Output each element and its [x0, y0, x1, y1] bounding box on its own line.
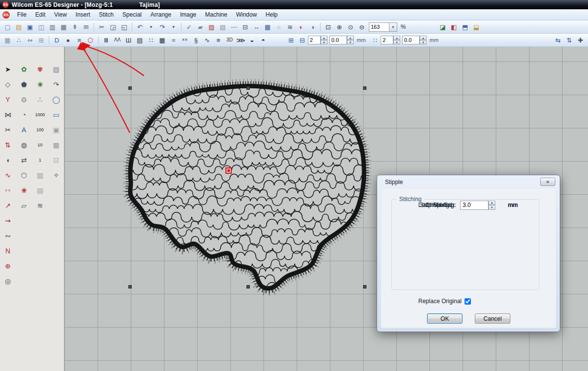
zoom-dropdown-icon[interactable]: ▾: [389, 22, 397, 32]
backtrack-tool[interactable]: ∾: [1, 228, 14, 243]
menu-item-special[interactable]: Special: [118, 10, 146, 20]
lettering-tool[interactable]: A: [18, 122, 30, 137]
loop-spacing-input[interactable]: [460, 201, 488, 210]
scatter-tool[interactable]: ∴: [34, 92, 46, 107]
spin-up-icon[interactable]: ▲: [393, 36, 400, 40]
stipple-run-icon[interactable]: ≡: [74, 35, 85, 45]
show-backdrop-icon[interactable]: ▦: [2, 35, 13, 45]
new-design-icon[interactable]: ▢: [2, 22, 13, 32]
polygon-select-tool[interactable]: ◇: [1, 77, 14, 92]
texture-tool[interactable]: ⊡: [50, 152, 62, 167]
scissors-tool[interactable]: ✂: [1, 122, 14, 137]
selection-handle[interactable]: [246, 86, 250, 90]
ratio-1to1-icon[interactable]: ⊞: [36, 35, 47, 45]
motif-fill-icon[interactable]: ∷: [145, 35, 157, 45]
object-anchor-marker[interactable]: [225, 167, 232, 174]
grid-count-spinner[interactable]: ▲▼: [321, 36, 327, 44]
zigzag-stitch-icon[interactable]: ΛΛ: [112, 35, 123, 45]
buttonhole-tool[interactable]: ⬡: [18, 167, 30, 183]
undo-dropdown-icon[interactable]: ▾: [145, 22, 157, 32]
menu-item-insert[interactable]: Insert: [71, 10, 95, 20]
menu-item-machine[interactable]: Machine: [201, 10, 231, 20]
selection-handle[interactable]: [128, 285, 132, 289]
stipple-closed-icon[interactable]: ⬠: [85, 35, 96, 45]
satin-stitch-icon[interactable]: Ⅲ: [101, 35, 112, 45]
digitize-run-icon[interactable]: D: [51, 35, 62, 45]
grid-spacing-icon[interactable]: ⊞: [285, 35, 297, 45]
menu-item-help[interactable]: Help: [261, 10, 282, 20]
ellipse-object-icon[interactable]: ●: [62, 35, 74, 45]
pencil-edit-icon[interactable]: ▰: [195, 22, 206, 32]
field-spinner[interactable]: ▲▼: [488, 201, 495, 210]
ok-button[interactable]: OK: [427, 313, 463, 324]
jagged-run-tool[interactable]: N: [1, 243, 14, 258]
selection-handle[interactable]: [246, 285, 250, 289]
menu-item-view[interactable]: View: [50, 10, 71, 20]
e-stitch-icon[interactable]: Ш: [123, 35, 134, 45]
ellipse-tool[interactable]: ◯: [50, 92, 62, 107]
repeat-tool[interactable]: ⊕: [1, 258, 14, 273]
zoom-1to1-icon[interactable]: ⊙: [345, 22, 356, 32]
applique-tool[interactable]: ▱: [18, 198, 30, 213]
spin-down-icon[interactable]: ▼: [347, 40, 354, 44]
cut-icon[interactable]: ✂: [96, 22, 107, 32]
menu-item-image[interactable]: Image: [176, 10, 201, 20]
undo-icon[interactable]: ↶: [134, 22, 145, 32]
branching-flower-tool[interactable]: ✿: [18, 62, 30, 77]
block-sample-tool[interactable]: ▣: [50, 122, 62, 137]
monogram-tool[interactable]: ◍: [18, 137, 30, 152]
pan-tool-icon[interactable]: ⇆: [552, 35, 564, 45]
dialog-close-button[interactable]: ✕: [540, 178, 555, 186]
selection-handle[interactable]: [128, 86, 132, 90]
curve-tool[interactable]: ↷: [50, 77, 62, 92]
measure-icon[interactable]: ↔: [251, 22, 262, 32]
print-icon[interactable]: ▥: [47, 22, 58, 32]
pattern-sample-a[interactable]: ▨: [34, 167, 46, 183]
wave-fill-tool[interactable]: ≋: [34, 198, 46, 213]
guide-size-input[interactable]: [402, 36, 420, 44]
freehand-curve-tool[interactable]: ∿: [1, 167, 14, 183]
menu-item-stitch[interactable]: Stitch: [95, 10, 118, 20]
program-split-icon[interactable]: ▦: [157, 35, 168, 45]
spin-down-icon[interactable]: ▼: [488, 205, 495, 210]
design-check-icon[interactable]: ✓: [183, 22, 195, 32]
stitch-player-icon[interactable]: ◪: [437, 22, 448, 32]
zoom-out-icon[interactable]: ⊖: [356, 22, 367, 32]
menu-item-file[interactable]: File: [13, 10, 31, 20]
triple-run-tool[interactable]: ↗: [1, 198, 14, 213]
flower-array-tool[interactable]: ✾: [34, 62, 46, 77]
grid-size-spinner[interactable]: ▲▼: [347, 36, 354, 44]
copy-icon[interactable]: ◲: [107, 22, 119, 32]
open-design-icon[interactable]: ▤: [13, 22, 24, 32]
hoop-icon[interactable]: ○: [273, 22, 284, 32]
head-design-tool[interactable]: ◔: [18, 107, 30, 122]
fill-hatch-icon[interactable]: ▧: [217, 22, 228, 32]
paste-icon[interactable]: ◱: [119, 22, 130, 32]
raised-satin-icon[interactable]: ◒: [246, 35, 258, 45]
stem-stitch-icon[interactable]: §: [190, 35, 202, 45]
fan-stitch-tool[interactable]: ◖: [1, 152, 14, 167]
auto-scroll-icon[interactable]: ⇅: [564, 35, 575, 45]
hatch-lines-tool[interactable]: ▨: [50, 62, 62, 77]
design-canvas[interactable]: Stipple ✕ Stitching Stitch Length: ▲▼ mm: [64, 47, 588, 371]
tree-tool[interactable]: ❀: [34, 77, 46, 92]
grid-size-input[interactable]: [329, 36, 347, 44]
save-design-icon[interactable]: ▣: [24, 22, 36, 32]
spin-down-icon[interactable]: ▼: [393, 40, 400, 44]
guide-size-spinner[interactable]: ▲▼: [420, 36, 426, 44]
rectangle-tool[interactable]: ▭: [50, 107, 62, 122]
insert-design-icon[interactable]: ◫: [36, 22, 47, 32]
3d-effect-icon[interactable]: 3D: [224, 35, 235, 45]
thread-colors-icon[interactable]: ◐: [296, 22, 307, 32]
cross-stitch-icon[interactable]: ××: [179, 35, 190, 45]
print-preview-icon[interactable]: ▦: [58, 22, 69, 32]
center-design-icon[interactable]: ✚: [575, 35, 586, 45]
design-properties-icon[interactable]: ⬓: [471, 22, 482, 32]
send-email-icon[interactable]: ✉: [81, 22, 92, 32]
grid-reference-icon[interactable]: ⊟: [297, 35, 308, 45]
outline-design-tool[interactable]: ❀: [18, 183, 30, 198]
stitch-100-step[interactable]: 100: [34, 122, 46, 137]
document-logo-icon[interactable]: ES: [2, 11, 10, 19]
menu-item-window[interactable]: Window: [232, 10, 262, 20]
redo-dropdown-icon[interactable]: ▾: [168, 22, 179, 32]
